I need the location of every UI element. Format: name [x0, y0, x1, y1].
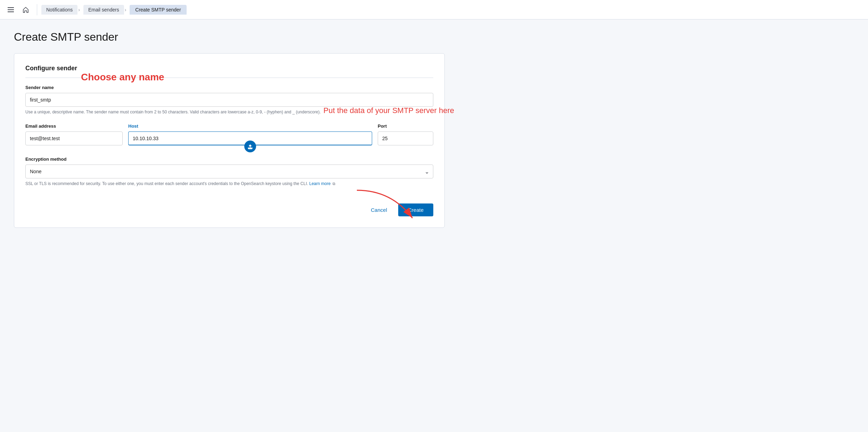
breadcrumb-notifications[interactable]: Notifications › [41, 5, 81, 15]
encryption-select-wrapper: None SSL TLS ⌄ [25, 165, 433, 178]
card-title: Configure sender [25, 65, 433, 78]
cancel-button[interactable]: Cancel [365, 204, 393, 216]
email-host-port-section: Put the data of your SMTP server here Em… [25, 123, 433, 145]
encryption-hint: SSL or TLS is recommended for security. … [25, 181, 433, 187]
email-field-wrapper: Email address [25, 123, 123, 145]
nav-divider [37, 4, 37, 15]
sender-name-hint: Use a unique, descriptive name. The send… [25, 109, 433, 115]
encryption-label: Encryption method [25, 157, 433, 162]
learn-more-link[interactable]: Learn more [309, 181, 330, 186]
breadcrumb-create-smtp-label: Create SMTP sender [130, 5, 186, 15]
breadcrumb-notifications-label[interactable]: Notifications [41, 5, 77, 15]
page-content: Create SMTP sender Configure sender Choo… [0, 19, 486, 239]
email-address-label: Email address [25, 123, 123, 129]
breadcrumb-create-smtp: Create SMTP sender [130, 5, 186, 15]
port-label: Port [378, 123, 433, 129]
sender-name-input[interactable] [25, 93, 433, 107]
port-input[interactable] [378, 131, 433, 145]
encryption-section: Encryption method None SSL TLS ⌄ SSL or … [25, 157, 433, 187]
card-footer: Cancel Create [25, 198, 433, 216]
create-button[interactable]: Create [398, 203, 433, 216]
fields-row: Email address Host [25, 123, 433, 145]
external-link-icon: ⧉ [333, 182, 335, 186]
host-field-wrapper: Host [128, 123, 372, 145]
encryption-select[interactable]: None SSL TLS [25, 165, 433, 178]
configure-sender-card: Configure sender Choose any name Sender … [14, 53, 445, 228]
home-button[interactable] [19, 4, 33, 15]
breadcrumb-email-senders-label[interactable]: Email senders [83, 5, 124, 15]
host-label: Host [128, 123, 372, 129]
sender-name-section: Choose any name Sender name Use a unique… [25, 85, 433, 115]
breadcrumb-sep-2: › [124, 7, 127, 13]
breadcrumb-email-senders[interactable]: Email senders › [83, 5, 127, 15]
encryption-hint-text: SSL or TLS is recommended for security. … [25, 181, 309, 186]
top-nav: Notifications › Email senders › Create S… [0, 0, 868, 19]
email-address-input[interactable] [25, 131, 123, 145]
hamburger-menu[interactable] [6, 5, 16, 14]
page-title: Create SMTP sender [14, 31, 473, 43]
port-field-wrapper: Port [378, 123, 433, 145]
breadcrumb-sep-1: › [77, 7, 81, 13]
host-upload-icon[interactable] [244, 141, 256, 152]
sender-name-label: Sender name [25, 85, 433, 90]
